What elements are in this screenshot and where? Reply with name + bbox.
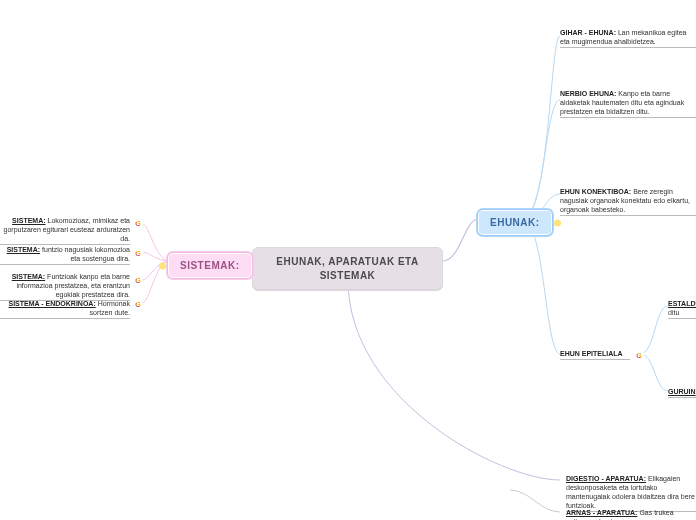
google-icon[interactable] <box>634 350 644 360</box>
google-icon[interactable] <box>133 218 143 228</box>
sistemak-label: SISTEMAK: <box>180 260 240 271</box>
konektibo-leaf[interactable]: EHUN KONEKTIBOA: Bere zeregin nagusiak o… <box>560 187 696 216</box>
sistemak-node[interactable]: SISTEMAK: <box>167 252 253 279</box>
center-title-line1: EHUNAK, APARATUAK ETA <box>265 255 430 269</box>
sistemak-highlight <box>159 262 166 269</box>
estaldura-desc: ditu <box>668 309 679 316</box>
arnas-title: ARNAS - APARATUA: <box>566 509 637 516</box>
nerbio-sys-leaf[interactable]: SISTEMA: Funtzioak kanpo eta barne infor… <box>0 272 130 301</box>
ehunak-node[interactable]: EHUNAK: <box>477 209 553 236</box>
nerbio-leaf[interactable]: NERBIO EHUNA: Kanpo eta barne aldaketak … <box>560 89 696 118</box>
digestio-title: DIGESTIO - APARATUA: <box>566 475 646 482</box>
guruin-leaf[interactable]: GURUIN <box>668 387 696 398</box>
guruin-title: GURUIN <box>668 388 696 395</box>
center-title-line2: SISTEMAK <box>265 269 430 283</box>
gihar-leaf[interactable]: GIHAR - EHUNA: Lan mekanikoa egitea eta … <box>560 28 696 48</box>
estaldura-leaf[interactable]: ESTALDURA ditu <box>668 299 696 319</box>
nerbio-sys-title: SISTEMA: <box>12 273 45 280</box>
funtzio-desc: funtzio nagusiak lokomozioa eta sostengu… <box>42 246 130 262</box>
endok-desc: Hormonak sortzen dute. <box>90 300 130 316</box>
funtzio-leaf[interactable]: SISTEMA: funtzio nagusiak lokomozioa eta… <box>0 245 130 265</box>
ehunak-highlight <box>554 219 561 226</box>
loko-leaf[interactable]: SISTEMA: Lokomozioaz, mimikaz eta gorput… <box>0 216 130 245</box>
google-icon[interactable] <box>133 275 143 285</box>
epitelial-leaf[interactable]: EHUN EPITELIALA <box>560 349 630 360</box>
epitelial-title: EHUN EPITELIALA <box>560 350 623 357</box>
loko-title: SISTEMA: <box>12 217 45 224</box>
estaldura-title: ESTALDURA <box>668 300 696 307</box>
google-icon[interactable] <box>133 248 143 258</box>
digestio-leaf[interactable]: DIGESTIO - APARATUA: Elikagaien deskonpo… <box>566 474 696 512</box>
funtzio-title: SISTEMA: <box>7 246 40 253</box>
google-icon[interactable] <box>133 299 143 309</box>
gihar-title: GIHAR - EHUNA: <box>560 29 616 36</box>
nerbio-title: NERBIO EHUNA: <box>560 90 616 97</box>
center-node[interactable]: EHUNAK, APARATUAK ETA SISTEMAK <box>252 247 443 291</box>
ehunak-label: EHUNAK: <box>490 217 540 228</box>
endok-title: SISTEMA - ENDOKRINOA: <box>9 300 96 307</box>
arnas-leaf[interactable]: ARNAS - APARATUA: Gas trukea egiteaz ard… <box>566 508 696 520</box>
endok-leaf[interactable]: SISTEMA - ENDOKRINOA: Hormonak sortzen d… <box>0 299 130 319</box>
konektibo-title: EHUN KONEKTIBOA: <box>560 188 631 195</box>
